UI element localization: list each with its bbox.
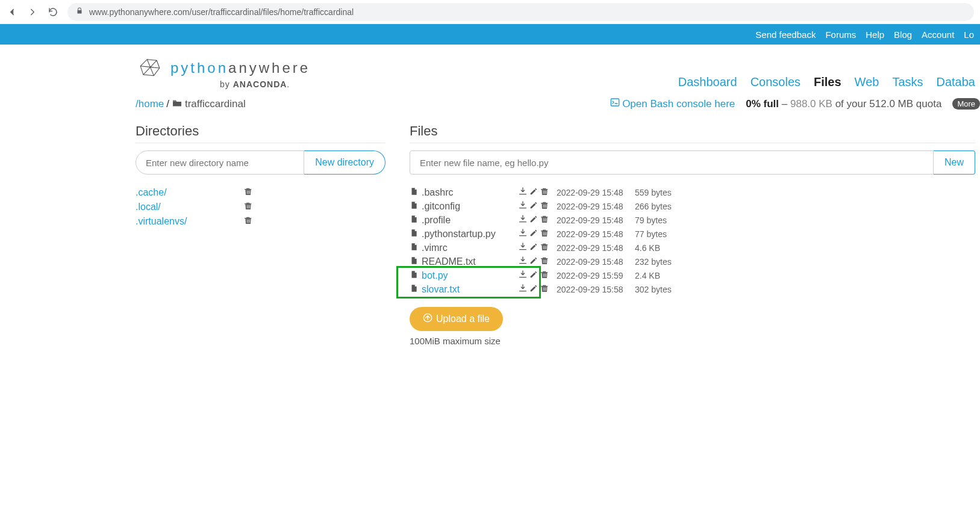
edit-icon[interactable] — [529, 283, 538, 295]
file-size: 266 bytes — [635, 202, 683, 211]
files-column: Files New .bashrc2022-09-29 15:48559 byt… — [410, 123, 980, 346]
directory-link[interactable]: .virtualenvs/ — [136, 216, 187, 227]
top-utility-bar: Send feedback Forums Help Blog Account L… — [0, 24, 980, 45]
files-heading: Files — [410, 123, 975, 143]
download-icon[interactable] — [518, 187, 528, 198]
file-icon — [410, 256, 422, 267]
open-bash-link[interactable]: Open Bash console here — [610, 98, 735, 110]
file-icon — [410, 228, 422, 240]
edit-icon[interactable] — [529, 242, 538, 253]
file-size: 4.6 KB — [635, 243, 683, 253]
file-name[interactable]: .vimrc — [422, 243, 518, 253]
delete-file-icon[interactable] — [540, 242, 549, 253]
download-icon[interactable] — [518, 256, 528, 267]
file-timestamp: 2022-09-29 15:48 — [557, 257, 635, 267]
file-timestamp: 2022-09-29 15:59 — [557, 271, 635, 280]
file-name[interactable]: .gitconfig — [422, 201, 518, 212]
file-size: 232 bytes — [635, 257, 683, 267]
nav-dashboard[interactable]: Dashboard — [678, 75, 737, 89]
directory-link[interactable]: .cache/ — [136, 187, 167, 198]
delete-file-icon[interactable] — [540, 200, 549, 212]
page-content: pythonanywhere by ANACONDA. Dashboard Co… — [0, 45, 980, 346]
file-name[interactable]: .bashrc — [422, 187, 518, 198]
download-icon[interactable] — [518, 214, 528, 226]
nav-tasks[interactable]: Tasks — [892, 75, 923, 89]
upload-note: 100MiB maximum size — [410, 336, 975, 346]
edit-icon[interactable] — [529, 228, 538, 240]
delete-file-icon[interactable] — [540, 283, 549, 295]
delete-file-icon[interactable] — [540, 214, 549, 226]
breadcrumb: /home/ trafficcardinal — [136, 98, 246, 110]
nav-files[interactable]: Files — [814, 75, 841, 89]
upload-label: Upload a file — [436, 314, 490, 324]
delete-directory-icon[interactable] — [243, 215, 385, 228]
file-name[interactable]: bot.py — [422, 270, 518, 281]
nav-databases[interactable]: Databa — [937, 75, 976, 89]
delete-file-icon[interactable] — [540, 228, 549, 240]
file-timestamp: 2022-09-29 15:48 — [557, 229, 635, 239]
file-timestamp: 2022-09-29 15:48 — [557, 215, 635, 225]
new-file-input[interactable] — [410, 150, 934, 175]
back-icon[interactable] — [6, 5, 18, 18]
breadcrumb-home[interactable]: /home — [136, 98, 164, 110]
directory-list: .cache/.local/.virtualenvs/ — [136, 185, 385, 229]
file-row: .bashrc2022-09-29 15:48559 bytes — [410, 185, 975, 199]
logo[interactable]: pythonanywhere by ANACONDA. — [136, 57, 310, 89]
directory-row: .cache/ — [136, 185, 385, 200]
file-row: .profile2022-09-29 15:4879 bytes — [410, 213, 975, 227]
edit-icon[interactable] — [529, 187, 538, 198]
file-icon — [410, 214, 422, 226]
file-row: README.txt2022-09-29 15:48232 bytes — [410, 255, 975, 268]
logo-text: pythonanywhere — [170, 60, 310, 76]
download-icon[interactable] — [518, 242, 528, 253]
url-bar[interactable]: www.pythonanywhere.com/user/trafficcardi… — [67, 3, 974, 21]
help-link[interactable]: Help — [866, 29, 884, 40]
logout-link[interactable]: Lo — [964, 29, 974, 40]
file-name[interactable]: README.txt — [422, 256, 518, 267]
file-timestamp: 2022-09-29 15:48 — [557, 202, 635, 211]
directory-link[interactable]: .local/ — [136, 202, 161, 212]
new-file-button[interactable]: New — [934, 150, 975, 175]
file-timestamp: 2022-09-29 15:58 — [557, 285, 635, 294]
file-name[interactable]: slovar.txt — [422, 284, 518, 295]
edit-icon[interactable] — [529, 214, 538, 226]
account-link[interactable]: Account — [922, 29, 954, 40]
directories-column: Directories New directory .cache/.local/… — [136, 123, 385, 346]
new-directory-input[interactable] — [136, 150, 304, 175]
logo-mark-icon — [136, 57, 164, 79]
delete-directory-icon[interactable] — [243, 187, 385, 199]
more-badge[interactable]: More — [952, 98, 980, 110]
blog-link[interactable]: Blog — [894, 29, 912, 40]
lock-icon — [76, 7, 83, 17]
download-icon[interactable] — [518, 228, 528, 240]
edit-icon[interactable] — [529, 256, 538, 267]
send-feedback-link[interactable]: Send feedback — [755, 29, 816, 40]
edit-icon[interactable] — [529, 200, 538, 212]
file-row: bot.py2022-09-29 15:592.4 KB — [410, 268, 975, 282]
forward-icon[interactable] — [27, 5, 39, 18]
file-timestamp: 2022-09-29 15:48 — [557, 243, 635, 253]
new-directory-button[interactable]: New directory — [304, 150, 385, 175]
upload-icon — [423, 313, 432, 325]
delete-file-icon[interactable] — [540, 256, 549, 267]
upload-button[interactable]: Upload a file — [410, 307, 503, 331]
open-bash-label: Open Bash console here — [622, 98, 735, 110]
quota-text: 0% full – 988.0 KB of your 512.0 MB quot… — [746, 98, 941, 110]
file-name[interactable]: .pythonstartup.py — [422, 229, 518, 240]
file-name[interactable]: .profile — [422, 215, 518, 226]
file-icon — [410, 187, 422, 198]
nav-web[interactable]: Web — [855, 75, 879, 89]
edit-icon[interactable] — [529, 270, 538, 281]
delete-file-icon[interactable] — [540, 187, 549, 198]
download-icon[interactable] — [518, 270, 528, 281]
directories-heading: Directories — [136, 123, 385, 143]
file-size: 77 bytes — [635, 229, 683, 239]
reload-icon[interactable] — [47, 5, 59, 18]
download-icon[interactable] — [518, 200, 528, 212]
url-text: www.pythonanywhere.com/user/trafficcardi… — [89, 7, 354, 17]
forums-link[interactable]: Forums — [825, 29, 856, 40]
nav-consoles[interactable]: Consoles — [751, 75, 801, 89]
delete-directory-icon[interactable] — [243, 201, 385, 213]
download-icon[interactable] — [518, 283, 528, 295]
delete-file-icon[interactable] — [540, 270, 549, 281]
